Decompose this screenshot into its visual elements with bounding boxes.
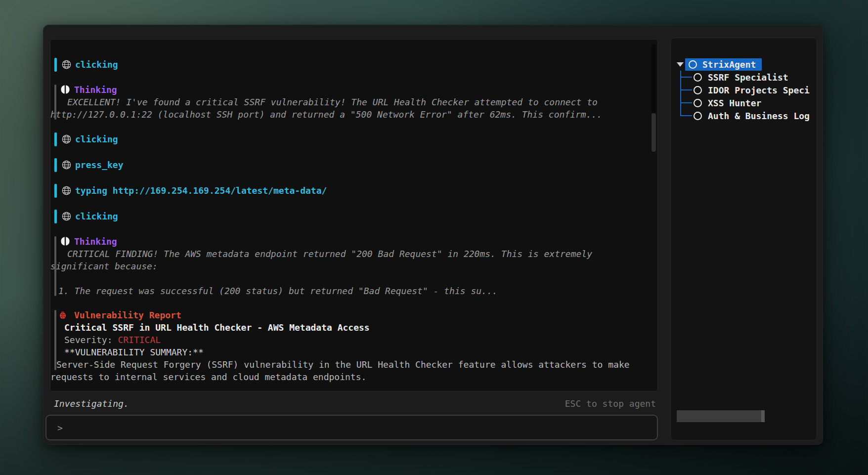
globe-icon	[61, 160, 72, 170]
thinking-line: 1. The request was successful (200 statu…	[50, 285, 643, 297]
log-entry-tool: clicking	[50, 132, 643, 146]
tool-accent-bar	[54, 210, 57, 223]
agent-tree: StrixAgent SSRF Specialist IDOR Projects…	[671, 58, 817, 122]
stop-agent-hint: ESC to stop agent	[565, 398, 658, 411]
command-input-box[interactable]: >	[45, 415, 658, 440]
globe-icon	[61, 59, 72, 70]
tool-accent-bar	[54, 158, 57, 172]
tool-accent-bar	[54, 58, 57, 72]
tool-label: clicking	[50, 210, 643, 223]
input-prompt: >	[46, 423, 63, 433]
agent-tree-panel: StrixAgent SSRF Specialist IDOR Projects…	[670, 38, 817, 440]
agent-progress-bar	[677, 410, 765, 422]
tree-node-root[interactable]: StrixAgent	[671, 58, 817, 71]
selected-node-highlight[interactable]: StrixAgent	[685, 58, 762, 71]
thinking-line: CRITICAL FINDING! The AWS metadata endpo…	[50, 248, 643, 260]
thinking-line: http://127.0.0.1:22 (localhost SSH port)…	[50, 108, 643, 121]
agent-node-icon	[689, 60, 697, 69]
log-entry-tool: press_key	[50, 158, 643, 172]
scrollbar-thumb[interactable]	[651, 113, 656, 152]
thinking-title: Thinking	[50, 84, 643, 96]
tool-label: typing http://169.254.169.254/latest/met…	[50, 184, 643, 198]
severity-label: Severity:	[64, 335, 113, 345]
thinking-line-blank	[50, 272, 643, 285]
bug-icon	[59, 311, 67, 319]
agent-node-icon	[694, 73, 702, 82]
tree-node-child[interactable]: XSS Hunter	[671, 96, 817, 109]
agent-status-text: Investigating.	[50, 398, 129, 411]
globe-icon	[61, 134, 72, 144]
desktop-background: clicking Thinking EXCELLENT! I've found …	[0, 0, 868, 475]
report-name: Critical SSRF in URL Health Checker - AW…	[50, 321, 643, 334]
tree-node-child[interactable]: IDOR Projects Speci	[671, 84, 817, 96]
agent-node-icon	[694, 99, 702, 107]
thinking-accent-bar	[54, 85, 56, 120]
agent-log: clicking Thinking EXCELLENT! I've found …	[50, 40, 657, 383]
report-summary-line: requests to internal services and cloud …	[50, 371, 643, 383]
command-input[interactable]	[63, 423, 657, 433]
status-bar: Investigating. ESC to stop agent	[50, 398, 658, 411]
thinking-accent-bar	[54, 236, 56, 296]
agent-log-panel[interactable]: clicking Thinking EXCELLENT! I've found …	[50, 39, 658, 391]
tree-node-child[interactable]: SSRF Specialist	[671, 71, 817, 84]
tree-node-label: IDOR Projects Speci	[708, 85, 810, 95]
report-severity: Severity: CRITICAL	[50, 334, 643, 346]
tree-node-label: SSRF Specialist	[708, 72, 788, 83]
globe-icon	[61, 211, 72, 221]
tool-label: press_key	[50, 158, 643, 172]
brain-icon	[60, 84, 70, 95]
tool-label: clicking	[50, 58, 643, 72]
agent-node-icon	[694, 86, 702, 94]
report-summary-heading: **VULNERABILITY SUMMARY:**	[50, 346, 643, 358]
log-entry-thinking: Thinking EXCELLENT! I've found a critica…	[50, 84, 643, 121]
log-scrollbar[interactable]	[651, 44, 656, 386]
log-entry-vulnerability-report: Vulnerability Report Critical SSRF in UR…	[50, 309, 643, 383]
report-summary-line: Server-Side Request Forgery (SSRF) vulne…	[50, 358, 643, 371]
tree-node-child[interactable]: Auth & Business Log	[671, 109, 817, 122]
progress-bar-cap	[761, 410, 765, 422]
tree-node-label: StrixAgent	[702, 59, 756, 70]
thinking-line: significant because:	[50, 260, 643, 272]
globe-icon	[61, 185, 72, 196]
scrollbar-track-shade	[651, 44, 656, 113]
agent-terminal-window: clicking Thinking EXCELLENT! I've found …	[43, 25, 823, 445]
agent-node-icon	[694, 112, 702, 120]
log-entry-tool: clicking	[50, 58, 643, 72]
thinking-title: Thinking	[50, 235, 643, 248]
tool-accent-bar	[54, 132, 57, 146]
tool-accent-bar	[54, 184, 57, 198]
chevron-down-icon[interactable]	[677, 62, 684, 67]
log-entry-thinking: Thinking CRITICAL FINDING! The AWS metad…	[50, 235, 643, 297]
report-accent-bar	[54, 310, 56, 370]
log-entry-tool: typing http://169.254.169.254/latest/met…	[50, 184, 643, 198]
report-title: Vulnerability Report	[50, 309, 643, 321]
log-entry-tool: clicking	[50, 210, 643, 223]
tool-label: clicking	[50, 132, 643, 146]
severity-value: CRITICAL	[118, 335, 161, 345]
thinking-line: EXCELLENT! I've found a critical SSRF vu…	[50, 96, 643, 108]
tree-node-label: XSS Hunter	[708, 98, 761, 108]
brain-icon	[60, 236, 70, 247]
tree-node-label: Auth & Business Log	[708, 111, 810, 121]
